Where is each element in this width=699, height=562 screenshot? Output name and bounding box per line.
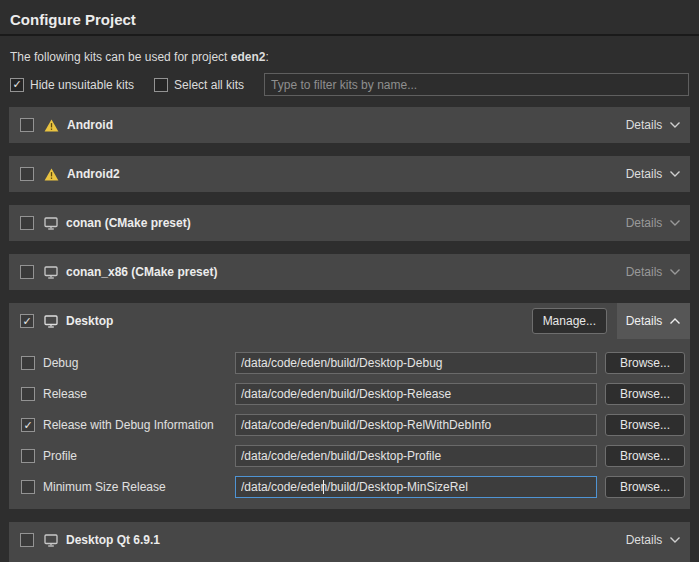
details-toggle[interactable]: Details xyxy=(617,522,690,558)
kit-header: ✓ Desktop Manage... Details xyxy=(9,303,690,339)
warning-icon xyxy=(44,168,59,181)
config-checkbox[interactable]: ✓ xyxy=(21,387,35,401)
kit-row-android: ✓ Android Details xyxy=(9,107,690,143)
config-label: Release with Debug Information xyxy=(43,418,214,432)
kit-name: conan (CMake preset) xyxy=(66,216,191,230)
kit-header: ✓ conan (CMake preset) Details xyxy=(9,205,690,241)
kit-row-conan: ✓ conan (CMake preset) Details xyxy=(9,205,690,241)
kit-name: Android xyxy=(67,118,113,132)
dialog-header: Configure Project xyxy=(0,0,699,36)
kit-name: conan_x86 (CMake preset) xyxy=(66,265,217,279)
config-left: ✓ Release xyxy=(21,387,235,401)
kit-checkbox[interactable]: ✓ xyxy=(20,265,34,279)
checkmark-icon: ✓ xyxy=(12,79,21,90)
kit-row-android2: ✓ Android2 Details xyxy=(9,156,690,192)
chevron-down-icon xyxy=(669,536,681,544)
config-label: Debug xyxy=(43,356,78,370)
config-label: Minimum Size Release xyxy=(43,480,166,494)
kit-row-conan-x86: ✓ conan_x86 (CMake preset) Details xyxy=(9,254,690,290)
desktop-icon xyxy=(44,534,58,547)
config-row-relwithdebinfo: ✓ Release with Debug Information Browse.… xyxy=(21,414,685,436)
hide-unsuitable-checkbox[interactable]: ✓ xyxy=(10,78,24,92)
kit-list: ✓ Android Details ✓ Android2 Details xyxy=(0,107,699,558)
browse-button[interactable]: Browse... xyxy=(605,476,685,498)
text-cursor xyxy=(323,480,324,494)
config-row-minsizerel: ✓ Minimum Size Release Browse... xyxy=(21,476,685,498)
kit-header: ✓ Desktop Qt 6.9.1 Details xyxy=(9,522,690,558)
kit-name: Android2 xyxy=(67,167,120,181)
hide-unsuitable-label: Hide unsuitable kits xyxy=(30,78,134,92)
kit-checkbox[interactable]: ✓ xyxy=(20,533,34,547)
checkmark-icon: ✓ xyxy=(22,315,31,326)
path-field-wrap xyxy=(235,383,597,405)
intro-suffix: : xyxy=(265,50,268,64)
build-path-input-focused[interactable] xyxy=(235,476,597,498)
kit-header: ✓ Android2 Details xyxy=(9,156,690,192)
path-field-wrap xyxy=(235,352,597,374)
config-checkbox[interactable]: ✓ xyxy=(21,418,35,432)
details-label: Details xyxy=(626,118,663,132)
build-path-input[interactable] xyxy=(235,383,597,405)
config-row-release: ✓ Release Browse... xyxy=(21,383,685,405)
kit-row-partial xyxy=(9,558,690,562)
config-left: ✓ Release with Debug Information xyxy=(21,418,235,432)
build-path-input[interactable] xyxy=(235,445,597,467)
desktop-icon xyxy=(44,315,58,328)
desktop-icon xyxy=(44,266,58,279)
desktop-icon xyxy=(44,217,58,230)
kit-name: Desktop xyxy=(66,314,113,328)
config-row-profile: ✓ Profile Browse... xyxy=(21,445,685,467)
build-config-list: ✓ Debug Browse... ✓ Release Browse... xyxy=(9,339,690,509)
config-checkbox[interactable]: ✓ xyxy=(21,449,35,463)
details-label: Details xyxy=(626,216,663,230)
path-field-wrap xyxy=(235,414,597,436)
chevron-up-icon xyxy=(669,317,681,325)
details-toggle[interactable]: Details xyxy=(617,303,690,339)
chevron-down-icon xyxy=(669,268,681,276)
kit-row-desktop-qt: ✓ Desktop Qt 6.9.1 Details xyxy=(9,522,690,558)
select-all-group: ✓ Select all kits xyxy=(154,78,244,92)
kit-checkbox[interactable]: ✓ xyxy=(20,216,34,230)
details-label: Details xyxy=(626,314,663,328)
build-path-input[interactable] xyxy=(235,414,597,436)
details-label: Details xyxy=(626,533,663,547)
browse-button[interactable]: Browse... xyxy=(605,445,685,467)
details-label: Details xyxy=(626,167,663,181)
kit-row-desktop: ✓ Desktop Manage... Details ✓ Debug xyxy=(9,303,690,509)
config-label: Release xyxy=(43,387,87,401)
config-left: ✓ Minimum Size Release xyxy=(21,480,235,494)
checkmark-icon: ✓ xyxy=(23,419,32,430)
manage-button[interactable]: Manage... xyxy=(532,308,607,334)
warning-icon xyxy=(44,119,59,132)
project-name: eden2 xyxy=(231,50,266,64)
details-label: Details xyxy=(626,265,663,279)
select-all-label: Select all kits xyxy=(174,78,244,92)
config-left: ✓ Debug xyxy=(21,356,235,370)
path-field-wrap xyxy=(235,445,597,467)
kit-checkbox[interactable]: ✓ xyxy=(20,314,34,328)
config-checkbox[interactable]: ✓ xyxy=(21,480,35,494)
config-label: Profile xyxy=(43,449,77,463)
details-toggle[interactable]: Details xyxy=(617,156,690,192)
page-title: Configure Project xyxy=(10,11,689,28)
path-field-wrap xyxy=(235,476,597,498)
config-checkbox[interactable]: ✓ xyxy=(21,356,35,370)
config-row-debug: ✓ Debug Browse... xyxy=(21,352,685,374)
details-toggle[interactable]: Details xyxy=(617,205,690,241)
kit-checkbox[interactable]: ✓ xyxy=(20,118,34,132)
intro-prefix: The following kits can be used for proje… xyxy=(10,50,231,64)
browse-button[interactable]: Browse... xyxy=(605,352,685,374)
select-all-checkbox[interactable]: ✓ xyxy=(154,78,168,92)
details-toggle[interactable]: Details xyxy=(617,107,690,143)
browse-button[interactable]: Browse... xyxy=(605,383,685,405)
kit-checkbox[interactable]: ✓ xyxy=(20,167,34,181)
intro-text: The following kits can be used for proje… xyxy=(10,50,689,64)
browse-button[interactable]: Browse... xyxy=(605,414,685,436)
kit-filter-input[interactable] xyxy=(264,73,689,96)
details-toggle[interactable]: Details xyxy=(617,254,690,290)
chevron-down-icon xyxy=(669,121,681,129)
chevron-down-icon xyxy=(669,170,681,178)
build-path-input[interactable] xyxy=(235,352,597,374)
config-left: ✓ Profile xyxy=(21,449,235,463)
chevron-down-icon xyxy=(669,219,681,227)
